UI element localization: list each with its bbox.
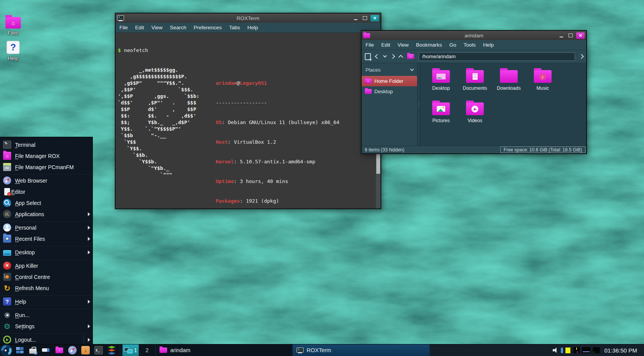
home-icon[interactable]: ⌂ <box>407 54 414 59</box>
menu-item-desktop[interactable]: Desktop <box>0 247 92 258</box>
sidebar-resize-handle[interactable]: ⋮ <box>418 63 420 146</box>
close-button[interactable]: ✕ <box>576 32 585 39</box>
menu-item-recent-files[interactable]: Recent Files <box>0 233 92 244</box>
sidebar-item-desktop[interactable]: Desktop <box>362 86 417 97</box>
menu-item-help[interactable]: ? Help <box>0 296 92 307</box>
roxterm-window: $_ ROXTerm ✕ File Edit View Search Prefe… <box>115 13 381 209</box>
workspace-1-button[interactable]: 1 <box>122 344 139 356</box>
menu-tabs[interactable]: Tabs <box>229 25 240 30</box>
history-dropdown-icon[interactable] <box>383 54 387 58</box>
file-manager-icon[interactable]: ⌂ <box>54 345 64 355</box>
package-installer-icon[interactable] <box>28 345 38 355</box>
forward-icon[interactable] <box>390 54 395 59</box>
menu-view[interactable]: View <box>397 42 409 48</box>
menu-item-control-centre[interactable]: Control Centre <box>0 271 92 282</box>
minimize-button[interactable] <box>558 32 565 39</box>
places-header[interactable]: Places <box>362 65 417 76</box>
cpu-meter-icon[interactable] <box>565 348 571 353</box>
roxterm-titlebar[interactable]: $_ ROXTerm ✕ <box>116 13 381 23</box>
task-button-roxterm[interactable]: $_ ROXTerm <box>293 344 430 356</box>
menu-separator <box>0 220 92 221</box>
menu-item-logout[interactable]: Logout... <box>0 334 92 345</box>
document-glyph <box>473 73 478 80</box>
folder-item-documents[interactable]: Documents <box>458 68 491 100</box>
maximize-button[interactable] <box>567 32 574 39</box>
menu-item-terminal[interactable]: Terminal <box>0 139 92 150</box>
workspace-2-button[interactable]: 2 <box>139 344 156 356</box>
layers-icon[interactable] <box>107 345 117 355</box>
menu-edit[interactable]: Edit <box>381 42 390 48</box>
folder-item-downloads[interactable]: Downloads <box>492 68 525 100</box>
neofetch-info: arindam@LegacyOS1 ----------------- OS:D… <box>216 67 376 208</box>
web-browser-icon[interactable] <box>67 345 77 355</box>
downloader-icon[interactable]: ↓ <box>80 345 91 355</box>
sidebar-item-home-folder[interactable]: ⌂ Home Folder <box>362 76 417 86</box>
menu-search[interactable]: Search <box>170 25 186 30</box>
usb-device-icon[interactable] <box>41 345 51 355</box>
desktop-icon-help[interactable]: ? Help <box>1 41 25 61</box>
menu-edit[interactable]: Edit <box>135 25 144 30</box>
system-tray: 01:36:50 PM <box>547 344 644 356</box>
new-tab-icon[interactable] <box>365 53 371 60</box>
start-logo-icon <box>1 345 12 356</box>
menu-bookmarks[interactable]: Bookmarks <box>416 42 442 48</box>
folder-item-videos[interactable]: ▶ Videos <box>458 100 491 133</box>
menu-item-run[interactable]: ⚙ Run... <box>0 309 92 321</box>
collapse-icon <box>410 67 414 71</box>
menu-item-editor[interactable]: Editor <box>0 186 92 197</box>
menu-help[interactable]: Help <box>483 42 494 48</box>
menu-item-file-manager-pcmanfm[interactable]: File Manager PCmanFM <box>0 161 92 173</box>
close-button[interactable]: ✕ <box>371 15 379 22</box>
menu-file[interactable]: File <box>366 42 374 48</box>
menu-preferences[interactable]: Preferences <box>194 25 222 30</box>
start-menu-button[interactable] <box>0 344 12 356</box>
volume-icon[interactable] <box>552 347 558 353</box>
submenu-arrow-icon <box>88 226 90 230</box>
back-icon[interactable] <box>375 54 380 59</box>
volume-level-bar[interactable] <box>561 348 563 353</box>
menu-help[interactable]: Help <box>247 25 258 30</box>
menu-item-app-select[interactable]: App Select <box>0 197 92 208</box>
menu-go[interactable]: Go <box>449 42 456 48</box>
task-button-arindam[interactable]: arindam <box>156 344 293 356</box>
disk-graph[interactable] <box>593 347 600 353</box>
maximize-button[interactable] <box>361 15 368 21</box>
show-desktop-icon[interactable] <box>15 345 25 355</box>
up-icon[interactable] <box>398 55 403 60</box>
folder-item-music[interactable]: ♪ Music <box>526 68 559 100</box>
submenu-arrow-icon <box>88 338 90 342</box>
menu-separator <box>0 294 92 295</box>
submenu-arrow-icon <box>88 237 90 241</box>
folder-item-desktop[interactable]: Desktop <box>424 68 458 100</box>
roxterm-menubar: File Edit View Search Preferences Tabs H… <box>116 23 381 33</box>
menu-file[interactable]: File <box>119 25 128 30</box>
terminal-launcher-icon[interactable]: $_ <box>94 345 104 355</box>
folder-item-pictures[interactable]: Pictures <box>424 100 458 133</box>
menu-item-personal[interactable]: Personal <box>0 222 92 233</box>
menu-item-app-killer[interactable]: ✕ App Killer <box>0 260 92 271</box>
menu-item-web-browser[interactable]: Web Browser <box>0 175 92 186</box>
menu-item-refresh-menu[interactable]: ↻ Refresh Menu <box>0 282 92 294</box>
menu-tools[interactable]: Tools <box>464 42 476 48</box>
recent-files-icon <box>3 235 11 243</box>
window-title: ROXTerm <box>116 15 381 21</box>
terminal-output-area[interactable]: $neofetch _,met$$$$$gg. ,g$$$$$$$$$$$$$$… <box>116 33 381 208</box>
folder-icon <box>432 102 450 115</box>
menu-view[interactable]: View <box>151 25 163 30</box>
window-title: arindam <box>362 33 586 39</box>
menu-item-applications[interactable]: Applications <box>0 208 92 220</box>
folder-icon: ▶ <box>466 102 484 115</box>
folder-view[interactable]: Desktop Documents Downloads ♪ Music Pict… <box>420 63 586 146</box>
desktop-icon-files[interactable]: ⌂ Files <box>1 17 25 36</box>
cpu-history-graph[interactable] <box>574 347 580 353</box>
fm-titlebar[interactable]: arindam ✕ <box>362 31 586 40</box>
menu-item-file-manager-rox[interactable]: ⌂ File Manager ROX <box>0 150 92 161</box>
taskbar-clock[interactable]: 01:36:50 PM <box>602 347 640 354</box>
path-input[interactable] <box>419 52 575 61</box>
fm-toolbar: ⌂ <box>362 50 586 63</box>
expander-icon[interactable] <box>579 54 584 59</box>
minimize-button[interactable] <box>352 15 359 21</box>
neofetch-ascii-art: _,met$$$$$gg. ,g$$$$$$$$$$$$$$$P. ,g$$P"… <box>118 67 216 208</box>
menu-item-settings[interactable]: ⚙ Settings <box>0 321 92 332</box>
network-graph[interactable] <box>582 347 590 353</box>
